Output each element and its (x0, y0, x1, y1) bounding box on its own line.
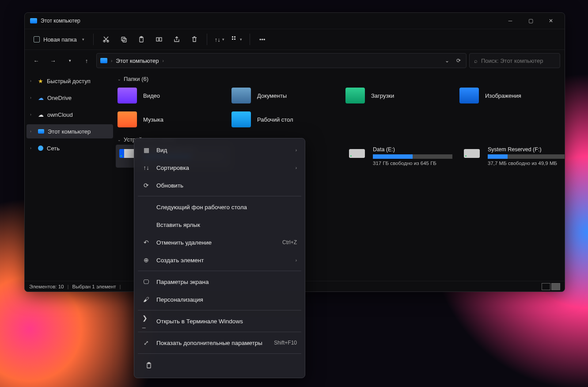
menu-label: Обновить (156, 182, 183, 189)
menu-shortcut: Ctrl+Z (282, 239, 297, 245)
folder-music[interactable]: Музыка (118, 110, 228, 129)
drive-free-text: 37,7 МБ свободно из 49,9 МБ (488, 161, 565, 166)
group-header-folders[interactable]: ⌄Папки (6) (118, 76, 560, 82)
more-button[interactable]: ••• (254, 32, 270, 47)
rename-button[interactable] (151, 32, 167, 47)
svg-rect-10 (232, 38, 233, 40)
menu-label: Открыть в Терминале Windows (156, 318, 243, 325)
details-view-button[interactable] (542, 283, 550, 290)
menu-refresh[interactable]: ⟳Обновить (137, 176, 302, 194)
paste-icon-button[interactable] (141, 358, 156, 373)
folder-documents[interactable]: Документы (231, 86, 342, 105)
tiles-view-button[interactable] (551, 283, 560, 290)
copy-button[interactable] (116, 32, 132, 47)
menu-label: Вставить ярлык (156, 222, 200, 228)
address-dropdown-button[interactable]: ⌄ (443, 57, 451, 64)
refresh-icon: ⟳ (142, 182, 150, 189)
menu-personalize[interactable]: 🖌Персонализация (137, 291, 302, 308)
menu-label: Персонализация (156, 296, 203, 303)
terminal-icon: ❯_ (142, 314, 150, 328)
minimize-button[interactable]: ─ (500, 14, 520, 28)
menu-show-more[interactable]: ⤢Показать дополнительные параметрыShift+… (137, 334, 302, 352)
sidebar-item-owncloud[interactable]: ›☁ownCloud (27, 107, 113, 122)
menu-open-terminal[interactable]: ❯_Открыть в Терминале Windows (137, 312, 302, 330)
network-icon (38, 146, 43, 151)
menu-label: Следующий фон рабочего стола (156, 204, 247, 211)
menu-sort[interactable]: ↑↓Сортировка› (137, 159, 302, 176)
new-folder-icon (34, 36, 40, 42)
breadcrumb[interactable]: Этот компьютер (116, 57, 159, 64)
navigation-bar: ← → ▾ ↑ › Этот компьютер › ⌄ ⟳ ⌕ (25, 50, 565, 71)
more-icon: ⤢ (142, 339, 150, 346)
pc-icon (30, 18, 37, 23)
maximize-button[interactable]: ▢ (520, 14, 541, 28)
history-button[interactable]: ▾ (63, 54, 77, 68)
context-menu: ▦Вид› ↑↓Сортировка› ⟳Обновить Следующий … (134, 138, 305, 378)
folder-downloads[interactable]: Загрузки (345, 86, 456, 105)
up-button[interactable]: ↑ (80, 54, 94, 68)
desktop-folder-icon (231, 111, 251, 127)
close-button[interactable]: ✕ (541, 14, 561, 28)
folder-desktop[interactable]: Рабочий стол (231, 110, 342, 129)
window-title: Этот компьютер (41, 18, 80, 24)
svg-rect-2 (121, 37, 125, 41)
menu-label: Вид (156, 147, 167, 153)
navigation-pane: ›★Быстрый доступ ›☁OneDrive ›☁ownCloud ›… (25, 71, 115, 281)
sidebar-item-onedrive[interactable]: ›☁OneDrive (27, 91, 113, 105)
sidebar-item-label: Этот компьютер (48, 128, 91, 135)
menu-separator (138, 310, 301, 310)
search-box[interactable]: ⌕ (469, 53, 560, 68)
folder-label: Изображения (485, 92, 521, 99)
menu-undo-delete[interactable]: ↶Отменить удалениеCtrl+Z (137, 234, 302, 251)
search-input[interactable] (481, 57, 555, 64)
group-header-label: Папки (6) (124, 76, 148, 82)
sidebar-item-network[interactable]: ›Сеть (27, 141, 113, 155)
address-bar[interactable]: › Этот компьютер › ⌄ ⟳ (96, 53, 467, 68)
svg-rect-6 (156, 38, 159, 41)
drive-icon (462, 146, 482, 161)
cut-button[interactable] (98, 32, 114, 47)
menu-display-settings[interactable]: 🖵Параметры экрана (137, 273, 302, 291)
view-button[interactable]: ▾ (229, 32, 245, 47)
menu-shortcut: Shift+F10 (274, 340, 297, 346)
svg-rect-8 (232, 36, 233, 38)
paste-button[interactable] (133, 32, 149, 47)
status-item-count: Элементов: 10 (29, 284, 64, 289)
menu-paste-shortcut[interactable]: Вставить ярлык (137, 216, 302, 234)
menu-new[interactable]: ⊕Создать элемент› (137, 251, 302, 269)
chevron-right-icon: › (163, 58, 164, 63)
folder-label: Видео (143, 92, 160, 99)
sort-icon: ↑↓ (142, 165, 150, 171)
folder-video[interactable]: Видео (118, 86, 228, 105)
delete-button[interactable] (186, 32, 202, 47)
new-folder-button[interactable]: Новая папка ▾ (29, 32, 89, 47)
downloads-folder-icon (345, 88, 365, 103)
menu-label: Сортировка (156, 165, 189, 171)
separator (93, 34, 94, 45)
sidebar-item-quick-access[interactable]: ›★Быстрый доступ (27, 74, 113, 88)
sidebar-item-label: Сеть (47, 145, 60, 152)
grid-icon: ▦ (142, 146, 150, 153)
drive-e[interactable]: Data (E:) 317 ГБ свободно из 645 ГБ (347, 146, 459, 166)
sort-button[interactable]: ↑↓▾ (212, 32, 228, 47)
menu-view[interactable]: ▦Вид› (137, 141, 302, 159)
chevron-right-icon: › (296, 148, 297, 153)
sidebar-item-this-pc[interactable]: ›Этот компьютер (27, 124, 113, 138)
menu-next-background[interactable]: Следующий фон рабочего стола (137, 198, 302, 216)
usage-bar (373, 154, 452, 159)
drive-f[interactable]: System Reserved (F:) 37,7 МБ свободно из… (462, 146, 565, 166)
refresh-button[interactable]: ⟳ (455, 57, 463, 64)
title-bar: Этот компьютер ─ ▢ ✕ (25, 13, 565, 29)
back-button[interactable]: ← (29, 54, 43, 68)
chevron-right-icon: › (296, 258, 297, 263)
svg-rect-3 (123, 38, 126, 42)
folder-pictures[interactable]: Изображения (459, 86, 565, 105)
share-button[interactable] (169, 32, 185, 47)
video-folder-icon (118, 88, 137, 103)
forward-button[interactable]: → (46, 54, 60, 68)
new-folder-label: Новая папка (43, 36, 77, 43)
menu-separator (138, 353, 301, 354)
sidebar-item-label: OneDrive (47, 95, 72, 101)
folder-label: Рабочий стол (257, 116, 293, 123)
chevron-down-icon: ▾ (82, 37, 84, 42)
